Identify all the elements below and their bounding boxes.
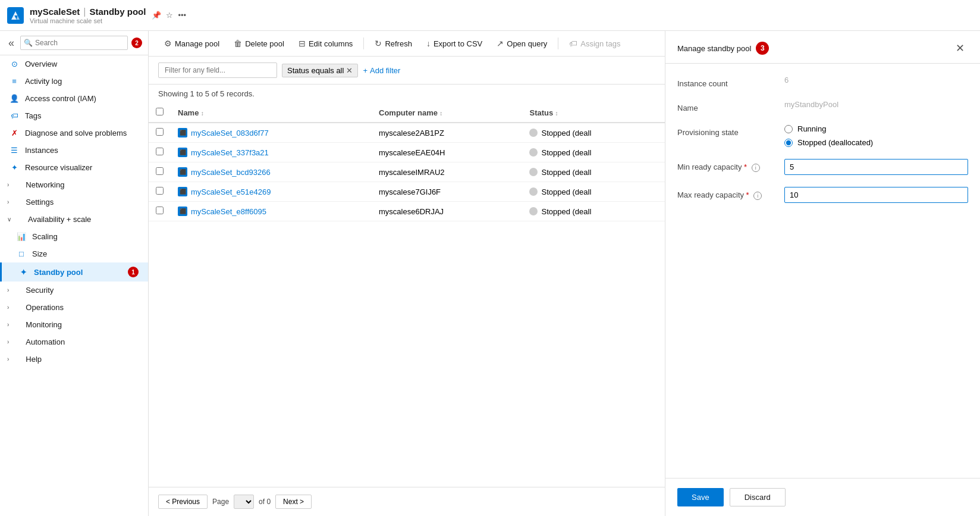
instance-link[interactable]: ⬛ myScaleSet_083d6f77: [178, 128, 365, 137]
th-checkbox: [149, 103, 171, 123]
computer-name: myscalese2AB1PZ: [379, 129, 444, 137]
sidebar-group-security[interactable]: › Security: [0, 282, 148, 299]
sidebar-group-automation[interactable]: › Automation: [0, 333, 148, 351]
add-filter-button[interactable]: + Add filter: [363, 66, 400, 75]
sidebar-group-operations[interactable]: › Operations: [0, 299, 148, 316]
records-info: Showing 1 to 5 of 5 records.: [149, 85, 665, 103]
toolbar: ⚙ Manage pool 🗑 Delete pool ⊟ Edit colum…: [149, 31, 665, 57]
status-label: Stopped (deall: [541, 168, 591, 177]
save-button[interactable]: Save: [677, 488, 724, 506]
next-button[interactable]: Next >: [275, 495, 312, 509]
radio-running-input[interactable]: [784, 125, 793, 133]
sidebar-group-availability-scale[interactable]: ∨ Availability + scale: [0, 211, 148, 228]
status-icon: [529, 148, 538, 157]
min-ready-info-icon[interactable]: i: [752, 164, 760, 172]
sidebar-item-resource-visualizer[interactable]: ✦ Resource visualizer: [0, 159, 148, 176]
sidebar-item-instances[interactable]: ☰ Instances: [0, 142, 148, 159]
top-bar-subtitle: Virtual machine scale set: [30, 17, 146, 24]
refresh-button[interactable]: ↻ Refresh: [369, 36, 418, 51]
activity-log-icon: ≡: [10, 77, 19, 86]
radio-stopped-input[interactable]: [784, 139, 793, 147]
sidebar-group-label: Automation: [26, 337, 65, 346]
status-icon: [529, 207, 538, 215]
edit-columns-button[interactable]: ⊟ Edit columns: [293, 36, 359, 51]
sidebar-item-standby-pool[interactable]: ✦ Standby pool 1: [0, 262, 148, 282]
row-checkbox[interactable]: [156, 167, 164, 175]
th-computer-name[interactable]: Computer name ↕: [372, 103, 522, 123]
manage-pool-button[interactable]: ⚙ Manage pool: [158, 36, 225, 51]
row-name-cell: ⬛ myScaleSet_bcd93266: [171, 162, 372, 182]
max-ready-value: [784, 187, 968, 203]
previous-button[interactable]: < Previous: [158, 495, 208, 509]
edit-columns-icon: ⊟: [299, 39, 306, 48]
sidebar-item-label: Standby pool: [34, 268, 83, 277]
row-checkbox[interactable]: [156, 128, 164, 136]
tags-icon: 🏷: [10, 111, 19, 120]
sidebar-item-activity-log[interactable]: ≡ Activity log: [0, 73, 148, 90]
side-panel-close-button[interactable]: ✕: [952, 40, 968, 56]
more-icon[interactable]: •••: [178, 11, 186, 20]
instance-link[interactable]: ⬛ myScaleSet_bcd93266: [178, 167, 365, 177]
th-name[interactable]: Name ↕: [171, 103, 372, 123]
export-csv-button[interactable]: ↓ Export to CSV: [420, 36, 488, 51]
radio-running[interactable]: Running: [784, 124, 968, 133]
discard-button[interactable]: Discard: [730, 488, 786, 506]
filter-tag-close[interactable]: ✕: [346, 66, 353, 75]
status-label: Stopped (deall: [541, 129, 591, 137]
records-count-label: Showing 1 to 5 of 5 records.: [158, 89, 255, 98]
status-icon: [529, 168, 538, 176]
table-row: ⬛ myScaleSet_e51e4269 myscalese7GIJ6F St…: [149, 182, 665, 202]
search-icon: 🔍: [24, 39, 33, 47]
sidebar-group-help[interactable]: › Help: [0, 351, 148, 368]
th-status[interactable]: Status ↕: [522, 103, 665, 123]
filter-input[interactable]: [158, 62, 277, 78]
sidebar-item-label: Access control (IAM): [25, 94, 96, 103]
sidebar-group-networking[interactable]: › Networking: [0, 176, 148, 193]
nav-badge: 2: [131, 37, 142, 48]
delete-pool-button[interactable]: 🗑 Delete pool: [228, 36, 290, 51]
instance-count-label: Instance count: [677, 76, 784, 88]
select-all-checkbox[interactable]: [156, 108, 164, 115]
collapse-button[interactable]: «: [6, 37, 17, 49]
side-panel-footer: Save Discard: [665, 478, 980, 516]
top-bar-resource-name: myScaleSet: [30, 7, 80, 17]
computer-name: myscalese7GIJ6F: [379, 187, 441, 196]
sidebar-item-size[interactable]: □ Size: [0, 245, 148, 262]
row-name-cell: ⬛ myScaleSet_083d6f77: [171, 123, 372, 143]
instance-name: myScaleSet_e8ff6095: [191, 207, 266, 216]
max-ready-label: Max ready capacity i: [677, 187, 784, 200]
sidebar-item-diagnose[interactable]: ✗ Diagnose and solve problems: [0, 124, 148, 142]
search-input[interactable]: [20, 36, 128, 50]
open-query-button[interactable]: ↗ Open query: [491, 36, 553, 51]
status-icon: [529, 187, 538, 196]
sidebar-group-settings[interactable]: › Settings: [0, 193, 148, 211]
row-checkbox-cell: [149, 182, 171, 202]
favorite-icon[interactable]: ☆: [166, 11, 173, 20]
instance-link[interactable]: ⬛ myScaleSet_e51e4269: [178, 187, 365, 196]
sidebar-item-overview[interactable]: ⊙ Overview: [0, 55, 148, 73]
sidebar-group-monitoring[interactable]: › Monitoring: [0, 316, 148, 333]
pin-icon[interactable]: 📌: [152, 11, 161, 20]
add-filter-icon: +: [363, 66, 368, 75]
instances-icon: ☰: [10, 146, 19, 155]
row-checkbox[interactable]: [156, 207, 164, 214]
page-select[interactable]: [234, 495, 254, 509]
assign-tags-button[interactable]: 🏷 Assign tags: [563, 36, 626, 51]
sidebar-group-label: Availability + scale: [28, 215, 91, 224]
resource-visualizer-icon: ✦: [10, 163, 19, 172]
sidebar-item-label: Activity log: [25, 77, 62, 86]
min-ready-input[interactable]: [784, 159, 968, 175]
row-checkbox[interactable]: [156, 148, 164, 155]
max-ready-info-icon[interactable]: i: [753, 192, 762, 200]
radio-stopped[interactable]: Stopped (deallocated): [784, 138, 968, 147]
instance-link[interactable]: ⬛ myScaleSet_337f3a21: [178, 148, 365, 157]
instance-link[interactable]: ⬛ myScaleSet_e8ff6095: [178, 207, 365, 216]
sidebar-item-access-control[interactable]: 👤 Access control (IAM): [0, 90, 148, 107]
sidebar-item-tags[interactable]: 🏷 Tags: [0, 107, 148, 124]
azure-logo: [7, 7, 24, 24]
row-computer-cell: myscalese6DRJAJ: [372, 202, 522, 221]
max-ready-input[interactable]: [784, 187, 968, 203]
row-name-cell: ⬛ myScaleSet_337f3a21: [171, 143, 372, 162]
sidebar-item-scaling[interactable]: 📊 Scaling: [0, 228, 148, 245]
row-checkbox[interactable]: [156, 187, 164, 195]
